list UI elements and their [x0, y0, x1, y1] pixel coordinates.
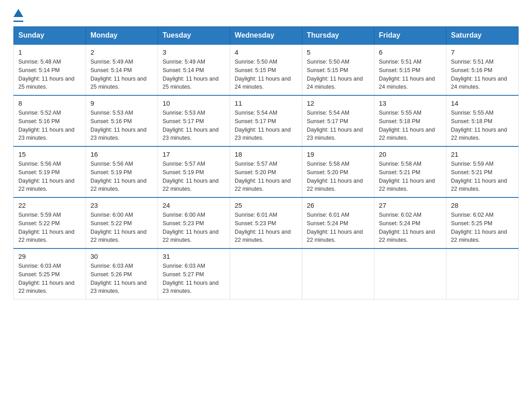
calendar-day-cell: 29 Sunrise: 6:03 AM Sunset: 5:25 PM Dayl… [14, 248, 86, 300]
day-info: Sunrise: 5:53 AM Sunset: 5:16 PM Dayligh… [90, 109, 153, 142]
header-tuesday: Tuesday [158, 27, 230, 45]
day-number: 12 [307, 99, 369, 107]
calendar-header-row: SundayMondayTuesdayWednesdayThursdayFrid… [14, 27, 519, 45]
calendar-table: SundayMondayTuesdayWednesdayThursdayFrid… [13, 26, 519, 300]
day-number: 22 [18, 201, 81, 209]
day-info: Sunrise: 5:58 AM Sunset: 5:20 PM Dayligh… [307, 160, 369, 193]
calendar-day-cell: 12 Sunrise: 5:54 AM Sunset: 5:17 PM Dayl… [302, 95, 374, 146]
day-info: Sunrise: 5:52 AM Sunset: 5:16 PM Dayligh… [18, 109, 81, 142]
calendar-day-cell [446, 248, 519, 300]
day-info: Sunrise: 5:49 AM Sunset: 5:14 PM Dayligh… [163, 58, 225, 91]
logo-underline [13, 21, 23, 22]
header-friday: Friday [374, 27, 446, 45]
calendar-day-cell: 2 Sunrise: 5:49 AM Sunset: 5:14 PM Dayli… [86, 44, 158, 95]
calendar-week-row: 22 Sunrise: 5:59 AM Sunset: 5:22 PM Dayl… [14, 197, 519, 248]
day-info: Sunrise: 5:48 AM Sunset: 5:14 PM Dayligh… [18, 58, 81, 91]
calendar-day-cell [374, 248, 446, 300]
day-number: 21 [451, 150, 514, 158]
logo [13, 9, 23, 22]
day-number: 19 [307, 150, 369, 158]
day-number: 27 [379, 201, 442, 209]
day-number: 29 [18, 253, 81, 260]
day-info: Sunrise: 5:59 AM Sunset: 5:21 PM Dayligh… [451, 160, 514, 193]
day-number: 26 [307, 201, 369, 209]
day-number: 4 [235, 48, 297, 56]
calendar-day-cell: 15 Sunrise: 5:56 AM Sunset: 5:19 PM Dayl… [14, 146, 86, 197]
day-info: Sunrise: 5:51 AM Sunset: 5:16 PM Dayligh… [451, 58, 514, 91]
day-number: 16 [90, 150, 153, 158]
page-header [13, 9, 519, 22]
day-number: 23 [90, 201, 153, 209]
calendar-day-cell: 11 Sunrise: 5:54 AM Sunset: 5:17 PM Dayl… [230, 95, 302, 146]
calendar-week-row: 1 Sunrise: 5:48 AM Sunset: 5:14 PM Dayli… [14, 44, 519, 95]
day-number: 15 [18, 150, 81, 158]
calendar-day-cell: 7 Sunrise: 5:51 AM Sunset: 5:16 PM Dayli… [446, 44, 519, 95]
header-monday: Monday [86, 27, 158, 45]
day-info: Sunrise: 5:59 AM Sunset: 5:22 PM Dayligh… [18, 211, 81, 244]
day-number: 14 [451, 99, 514, 107]
day-info: Sunrise: 5:50 AM Sunset: 5:15 PM Dayligh… [235, 58, 297, 91]
day-number: 5 [307, 48, 369, 56]
calendar-week-row: 8 Sunrise: 5:52 AM Sunset: 5:16 PM Dayli… [14, 95, 519, 146]
header-saturday: Saturday [446, 27, 519, 45]
day-info: Sunrise: 6:02 AM Sunset: 5:25 PM Dayligh… [451, 211, 514, 244]
day-info: Sunrise: 6:01 AM Sunset: 5:23 PM Dayligh… [235, 211, 297, 244]
day-info: Sunrise: 6:03 AM Sunset: 5:27 PM Dayligh… [163, 262, 225, 295]
header-thursday: Thursday [302, 27, 374, 45]
calendar-day-cell: 21 Sunrise: 5:59 AM Sunset: 5:21 PM Dayl… [446, 146, 519, 197]
calendar-day-cell: 6 Sunrise: 5:51 AM Sunset: 5:15 PM Dayli… [374, 44, 446, 95]
calendar-day-cell: 5 Sunrise: 5:50 AM Sunset: 5:15 PM Dayli… [302, 44, 374, 95]
day-number: 1 [18, 48, 81, 56]
calendar-day-cell: 10 Sunrise: 5:53 AM Sunset: 5:17 PM Dayl… [158, 95, 230, 146]
logo-triangle-icon [13, 9, 23, 18]
calendar-day-cell: 17 Sunrise: 5:57 AM Sunset: 5:19 PM Dayl… [158, 146, 230, 197]
calendar-day-cell: 22 Sunrise: 5:59 AM Sunset: 5:22 PM Dayl… [14, 197, 86, 248]
calendar-day-cell: 27 Sunrise: 6:02 AM Sunset: 5:24 PM Dayl… [374, 197, 446, 248]
calendar-week-row: 15 Sunrise: 5:56 AM Sunset: 5:19 PM Dayl… [14, 146, 519, 197]
day-number: 31 [163, 253, 225, 260]
calendar-day-cell: 31 Sunrise: 6:03 AM Sunset: 5:27 PM Dayl… [158, 248, 230, 300]
calendar-day-cell: 13 Sunrise: 5:55 AM Sunset: 5:18 PM Dayl… [374, 95, 446, 146]
calendar-day-cell: 14 Sunrise: 5:55 AM Sunset: 5:18 PM Dayl… [446, 95, 519, 146]
day-info: Sunrise: 5:54 AM Sunset: 5:17 PM Dayligh… [235, 109, 297, 142]
day-info: Sunrise: 5:57 AM Sunset: 5:19 PM Dayligh… [163, 160, 225, 193]
day-number: 9 [90, 99, 153, 107]
day-info: Sunrise: 6:00 AM Sunset: 5:23 PM Dayligh… [163, 211, 225, 244]
day-number: 6 [379, 48, 442, 56]
day-info: Sunrise: 6:01 AM Sunset: 5:24 PM Dayligh… [307, 211, 369, 244]
day-info: Sunrise: 5:49 AM Sunset: 5:14 PM Dayligh… [90, 58, 153, 91]
day-number: 8 [18, 99, 81, 107]
day-number: 7 [451, 48, 514, 56]
calendar-day-cell: 8 Sunrise: 5:52 AM Sunset: 5:16 PM Dayli… [14, 95, 86, 146]
day-info: Sunrise: 5:56 AM Sunset: 5:19 PM Dayligh… [18, 160, 81, 193]
day-info: Sunrise: 6:02 AM Sunset: 5:24 PM Dayligh… [379, 211, 442, 244]
header-sunday: Sunday [14, 27, 86, 45]
day-info: Sunrise: 5:53 AM Sunset: 5:17 PM Dayligh… [163, 109, 225, 142]
day-number: 18 [235, 150, 297, 158]
calendar-day-cell: 4 Sunrise: 5:50 AM Sunset: 5:15 PM Dayli… [230, 44, 302, 95]
day-number: 24 [163, 201, 225, 209]
day-info: Sunrise: 5:58 AM Sunset: 5:21 PM Dayligh… [379, 160, 442, 193]
day-info: Sunrise: 5:55 AM Sunset: 5:18 PM Dayligh… [451, 109, 514, 142]
calendar-day-cell: 19 Sunrise: 5:58 AM Sunset: 5:20 PM Dayl… [302, 146, 374, 197]
day-number: 10 [163, 99, 225, 107]
calendar-day-cell [302, 248, 374, 300]
calendar-day-cell: 18 Sunrise: 5:57 AM Sunset: 5:20 PM Dayl… [230, 146, 302, 197]
calendar-day-cell: 26 Sunrise: 6:01 AM Sunset: 5:24 PM Dayl… [302, 197, 374, 248]
day-number: 13 [379, 99, 442, 107]
day-number: 20 [379, 150, 442, 158]
day-info: Sunrise: 6:03 AM Sunset: 5:26 PM Dayligh… [90, 262, 153, 295]
day-number: 3 [163, 48, 225, 56]
calendar-day-cell: 1 Sunrise: 5:48 AM Sunset: 5:14 PM Dayli… [14, 44, 86, 95]
calendar-week-row: 29 Sunrise: 6:03 AM Sunset: 5:25 PM Dayl… [14, 248, 519, 300]
calendar-day-cell: 24 Sunrise: 6:00 AM Sunset: 5:23 PM Dayl… [158, 197, 230, 248]
calendar-day-cell: 28 Sunrise: 6:02 AM Sunset: 5:25 PM Dayl… [446, 197, 519, 248]
day-info: Sunrise: 5:57 AM Sunset: 5:20 PM Dayligh… [235, 160, 297, 193]
day-number: 25 [235, 201, 297, 209]
day-info: Sunrise: 5:50 AM Sunset: 5:15 PM Dayligh… [307, 58, 369, 91]
calendar-day-cell: 9 Sunrise: 5:53 AM Sunset: 5:16 PM Dayli… [86, 95, 158, 146]
day-info: Sunrise: 5:55 AM Sunset: 5:18 PM Dayligh… [379, 109, 442, 142]
calendar-day-cell: 25 Sunrise: 6:01 AM Sunset: 5:23 PM Dayl… [230, 197, 302, 248]
day-info: Sunrise: 5:56 AM Sunset: 5:19 PM Dayligh… [90, 160, 153, 193]
svg-marker-0 [13, 9, 23, 17]
